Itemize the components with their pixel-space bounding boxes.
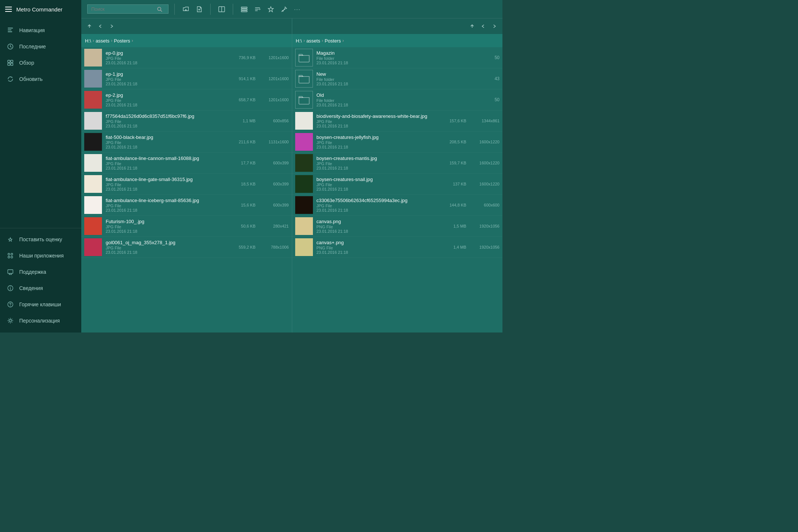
list-item[interactable]: canvas.pngPNG File23.01.2016 21:181,5 MB… [292,216,503,237]
file-name: fiat-ambulance-line-cannon-small-16088.j… [106,156,237,161]
file-date: 23.01.2016 21:18 [106,124,239,128]
breadcrumb-posters[interactable]: Posters [114,38,130,44]
breadcrumb-drive[interactable]: H:\ [85,38,91,44]
svg-point-11 [11,253,13,255]
list-item[interactable]: gol0061_oj_mag_355x278_1.jpgJPG File23.0… [81,237,292,258]
file-date: 23.01.2016 21:18 [106,208,237,212]
hamburger-icon[interactable] [5,7,12,12]
list-item[interactable]: ep-0.jpgJPG File23.01.2016 21:18736,9 KB… [81,47,292,68]
sidebar-item-apps[interactable]: Наши приложения [0,248,81,264]
file-thumbnail [84,133,102,151]
left-up-button[interactable] [85,22,94,31]
svg-point-23 [9,320,11,322]
svg-point-12 [8,256,10,258]
file-type: JPG File [317,183,449,187]
svg-line-25 [161,10,162,11]
list-view-button[interactable] [239,4,249,14]
panel-toggle-button[interactable] [216,4,227,14]
file-size: 18,5 KB [241,182,255,186]
folder-count: 50 [488,97,499,102]
sidebar-item-recent[interactable]: Последние [0,38,81,55]
sidebar-item-personalize[interactable]: Персонализация [0,313,81,329]
file-type: JPG File [106,225,237,229]
file-info: c33063e75506b62634cf65255994a3ec.jpgJPG … [317,198,446,212]
file-info: ep-1.jpgJPG File23.01.2016 21:18 [106,71,235,86]
file-info: ep-0.jpgJPG File23.01.2016 21:18 [106,50,235,65]
personalize-icon [7,317,14,324]
folder-count: 43 [488,76,499,81]
left-panel-toolbar [81,18,292,34]
list-item[interactable]: MagazinFile folder23.01.2016 21:1850 [292,47,503,68]
right-forward-button[interactable] [490,22,499,31]
list-item[interactable]: fiat-500-black-bear.jpgJPG File23.01.201… [81,132,292,153]
sidebar-item-rate[interactable]: Поставить оценку [0,231,81,248]
right-up-button[interactable] [468,22,477,31]
favorites-button[interactable] [266,4,276,14]
sidebar-item-label: Персонализация [19,318,60,324]
panels-container: H:\ › assets › Posters › ep-0.jpgJPG Fil… [81,18,502,332]
list-item[interactable]: canvas+.pngPNG File23.01.2016 21:181,4 M… [292,237,503,258]
file-thumbnail [295,217,313,235]
file-info: fiat-500-black-bear.jpgJPG File23.01.201… [106,134,235,149]
list-item[interactable]: boysen-creatures-mantis.jpgJPG File23.01… [292,153,503,174]
right-back-button[interactable] [479,22,488,31]
list-item[interactable]: ep-2.jpgJPG File23.01.2016 21:18658,7 KB… [81,89,292,110]
right-breadcrumb-posters[interactable]: Posters [325,38,341,44]
list-item[interactable]: fiat-ambulance-line-cannon-small-16088.j… [81,153,292,174]
file-size: 137 KB [453,182,466,186]
sidebar-item-info[interactable]: Сведения [0,280,81,296]
sort-button[interactable] [252,4,263,14]
clock-icon [7,43,14,50]
left-forward-button[interactable] [107,22,116,31]
pin-button[interactable] [279,4,289,14]
list-item[interactable]: boysen-creatures-snail.jpgJPG File23.01.… [292,174,503,195]
file-size: 914,1 KB [239,76,255,81]
file-dimensions: 600x399 [259,203,289,207]
sidebar-bottom: Поставить оценку Наши приложения [0,225,81,332]
list-item[interactable]: fiat-ambulance-line-iceberg-small-85636.… [81,195,292,216]
sidebar-item-label: Наши приложения [19,253,64,259]
list-item[interactable]: NewFile folder23.01.2016 21:1843 [292,68,503,89]
sidebar-item-navigation[interactable]: Навигация [0,22,81,38]
right-breadcrumb-drive[interactable]: H:\ [296,38,302,44]
sidebar-item-label: Навигация [19,27,45,33]
right-breadcrumb-assets[interactable]: assets [306,38,320,44]
file-thumbnail [84,154,102,172]
file-date: 23.01.2016 21:18 [106,103,235,107]
file-dimensions: 280x421 [259,224,289,228]
sidebar-item-support[interactable]: Поддержка [0,264,81,280]
left-back-button[interactable] [96,22,105,31]
list-item[interactable]: c33063e75506b62634cf65255994a3ec.jpgJPG … [292,195,503,216]
search-box[interactable] [87,4,168,14]
file-info: gol0061_oj_mag_355x278_1.jpgJPG File23.0… [106,240,235,255]
list-item[interactable]: fiat-ambulance-line-gate-small-36315.jpg… [81,174,292,195]
file-dimensions: 788x1006 [259,245,289,249]
file-size: 157,6 KB [450,119,466,123]
svg-rect-7 [11,60,13,62]
breadcrumb-assets[interactable]: assets [96,38,110,44]
list-item[interactable]: boysen-creatures-jellyfish.jpgJPG File23… [292,132,503,153]
file-info: canvas.pngPNG File23.01.2016 21:18 [317,219,450,233]
list-item[interactable]: Futurism-100_.jpgJPG File23.01.2016 21:1… [81,216,292,237]
file-dimensions: 1131x1600 [259,140,289,144]
list-item[interactable]: OldFile folder23.01.2016 21:1850 [292,89,503,110]
svg-point-22 [10,306,11,306]
new-folder-button[interactable] [181,4,191,14]
file-size: 15,6 KB [241,203,255,207]
file-name: New [317,71,485,77]
file-size: 50,6 KB [241,224,255,228]
file-dimensions: 1201x1600 [259,76,289,81]
sidebar-item-overview[interactable]: Обзор [0,55,81,71]
more-button[interactable]: ··· [292,4,303,14]
new-file-button[interactable] [194,4,204,14]
search-input[interactable] [91,6,154,12]
sidebar-item-hotkeys[interactable]: Горячие клавиши [0,296,81,313]
file-name: canvas+.png [317,240,450,245]
apps-icon [7,252,14,259]
list-item[interactable]: f77564da1526d0d6c8357d51f6bc97f6.jpgJPG … [81,110,292,132]
toolbar-separator-1 [174,4,175,15]
file-dimensions: 1344x861 [470,119,499,123]
list-item[interactable]: biodiversity-and-biosafety-awareness-whi… [292,110,503,132]
list-item[interactable]: ep-1.jpgJPG File23.01.2016 21:18914,1 KB… [81,68,292,89]
sidebar-item-refresh[interactable]: Обновить [0,71,81,87]
